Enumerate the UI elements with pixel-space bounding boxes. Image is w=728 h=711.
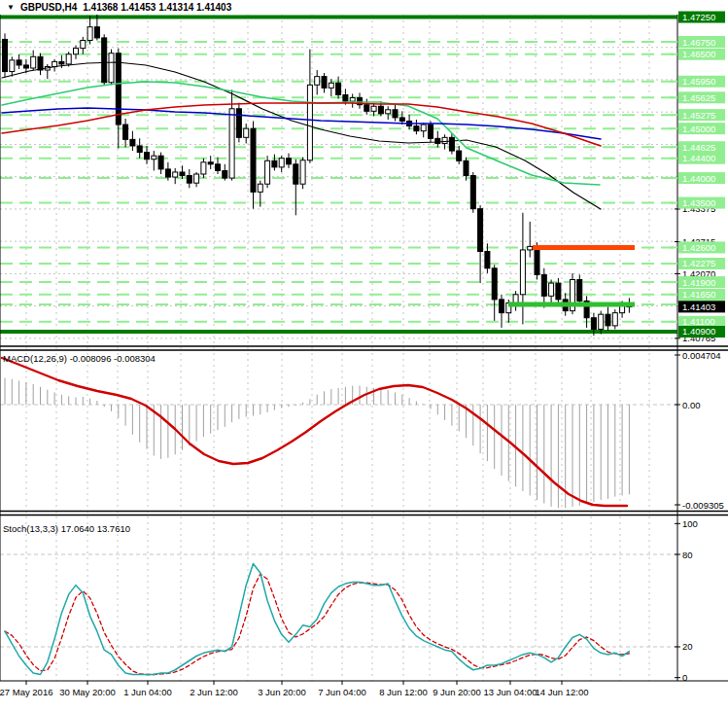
svg-text:13 Jun 04:00: 13 Jun 04:00 [484, 687, 537, 697]
svg-text:0: 0 [682, 672, 687, 683]
svg-text:1.45000: 1.45000 [682, 124, 715, 134]
svg-text:1.44000: 1.44000 [682, 173, 715, 184]
svg-text:1.41403: 1.41403 [682, 302, 715, 312]
svg-text:7 Jun 04:00: 7 Jun 04:00 [318, 687, 366, 697]
svg-text:2 Jun 12:00: 2 Jun 12:00 [190, 687, 238, 697]
chart-canvas[interactable]: MACD(12,26,9) -0.008096 -0.008304Stoch(1… [0, 0, 728, 711]
svg-text:Stoch(13,3,3) 17.0640 13.7610: Stoch(13,3,3) 17.0640 13.7610 [3, 523, 130, 534]
svg-text:-0.009305: -0.009305 [682, 500, 724, 511]
svg-text:8 Jun 12:00: 8 Jun 12:00 [379, 687, 428, 697]
svg-text:1.47250: 1.47250 [682, 12, 715, 22]
svg-text:3 Jun 20:00: 3 Jun 20:00 [258, 687, 306, 697]
svg-text:1.42275: 1.42275 [682, 258, 715, 268]
svg-text:27 May 2016: 27 May 2016 [0, 687, 52, 697]
svg-text:1.45275: 1.45275 [682, 110, 715, 121]
svg-text:1.44400: 1.44400 [682, 153, 715, 163]
trading-chart-window: ▼ GBPUSD,H4 1.41368 1.41453 1.41314 1.41… [0, 0, 728, 711]
svg-text:80: 80 [682, 550, 693, 560]
svg-text:1.45950: 1.45950 [682, 76, 715, 87]
svg-text:MACD(12,26,9) -0.008096 -0.008: MACD(12,26,9) -0.008096 -0.008304 [3, 353, 156, 364]
svg-text:0.00: 0.00 [682, 400, 701, 410]
svg-text:1.41900: 1.41900 [682, 277, 715, 288]
svg-text:1.43500: 1.43500 [682, 197, 715, 208]
svg-text:30 May 20:00: 30 May 20:00 [59, 687, 116, 697]
svg-text:100: 100 [682, 518, 698, 529]
svg-text:1.45625: 1.45625 [682, 92, 715, 103]
svg-text:0.004704: 0.004704 [682, 350, 721, 361]
svg-text:1.44625: 1.44625 [682, 142, 715, 153]
svg-text:1.46500: 1.46500 [682, 49, 715, 59]
svg-text:1.42600: 1.42600 [682, 242, 715, 253]
svg-text:1.40900: 1.40900 [682, 326, 715, 337]
svg-text:1.46750: 1.46750 [682, 37, 715, 48]
svg-text:20: 20 [682, 641, 693, 652]
moving-averages-layer [2, 62, 601, 209]
price-axis[interactable]: 1.433751.427151.420701.407651.472501.467… [670, 12, 725, 684]
time-axis[interactable]: 27 May 201630 May 20:001 Jun 04:002 Jun … [0, 681, 588, 697]
svg-text:9 Jun 20:00: 9 Jun 20:00 [433, 687, 481, 697]
svg-text:1 Jun 04:00: 1 Jun 04:00 [123, 687, 172, 697]
svg-text:14 Jun 12:00: 14 Jun 12:00 [536, 687, 589, 697]
